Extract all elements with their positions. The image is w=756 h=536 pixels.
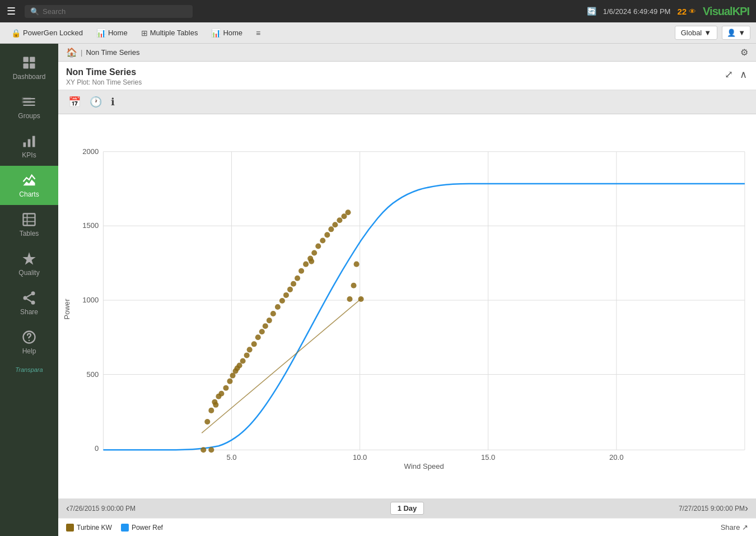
sidebar-share-label: Share <box>20 308 38 316</box>
history-button[interactable]: 🕐 <box>87 95 104 109</box>
svg-point-72 <box>303 262 309 267</box>
chart-title-block: Non Time Series XY Plot: Non Time Series <box>66 67 724 86</box>
user-icon: 👤 <box>727 29 736 37</box>
user-button[interactable]: 👤 ▼ <box>722 26 750 40</box>
tables-icon <box>21 212 37 227</box>
svg-point-83 <box>200 447 206 453</box>
search-box: 🔍 <box>25 5 193 18</box>
chart-header: Non Time Series XY Plot: Non Time Series… <box>58 62 756 90</box>
global-label: Global <box>681 29 702 37</box>
breadcrumb: 🏠 | Non Time Series ⚙ <box>58 44 756 62</box>
alert-eye-icon[interactable]: 👁 <box>689 7 696 16</box>
sidebar-dashboard-label: Dashboard <box>13 73 46 81</box>
nav-powergen[interactable]: 🔒 PowerGen Locked <box>6 26 88 40</box>
quality-icon <box>21 251 37 267</box>
svg-point-69 <box>291 281 296 287</box>
svg-point-60 <box>255 334 261 340</box>
svg-point-66 <box>279 298 285 304</box>
share-label: Share <box>721 523 740 532</box>
share-icon <box>21 290 37 306</box>
settings-gear-icon[interactable]: ⚙ <box>740 47 748 58</box>
chart-title: Non Time Series <box>66 67 724 77</box>
collapse-button[interactable]: ∧ <box>739 67 748 82</box>
sidebar-quality-label: Quality <box>18 269 39 277</box>
sidebar-item-groups[interactable]: Groups <box>0 87 58 127</box>
svg-rect-3 <box>30 63 35 68</box>
nav-home1[interactable]: 📊 Home <box>91 26 133 40</box>
svg-point-55 <box>235 366 240 371</box>
nav-bar: 🔒 PowerGen Locked 📊 Home ⊞ Multiple Tabl… <box>0 22 756 44</box>
sidebar-help-label: Help <box>22 347 36 355</box>
share-link[interactable]: Share ↗ <box>721 523 748 532</box>
svg-text:Power: Power <box>63 299 71 320</box>
timestamp: 1/6/2024 6:49:49 PM <box>603 7 671 16</box>
logo-kpi: KPI <box>732 5 749 17</box>
svg-point-56 <box>240 358 246 363</box>
svg-text:20.0: 20.0 <box>609 453 623 462</box>
top-bar: ☰ 🔍 🔄 1/6/2024 6:49:49 PM 22 👁 VisualKPI <box>0 0 756 22</box>
svg-point-68 <box>287 287 293 292</box>
search-input[interactable] <box>43 7 187 16</box>
sidebar-item-tables[interactable]: Tables <box>0 205 58 244</box>
svg-point-45 <box>208 408 214 413</box>
home-icon[interactable]: 🏠 <box>66 47 77 58</box>
table-icon: ⊞ <box>141 29 148 38</box>
svg-point-89 <box>309 259 314 264</box>
timeline-next-button[interactable]: › <box>745 502 748 514</box>
svg-point-51 <box>227 379 232 384</box>
nav-home2[interactable]: 📊 Home <box>206 26 248 40</box>
svg-point-87 <box>354 262 360 267</box>
bar-chart2-icon: 📊 <box>211 29 221 38</box>
info-button[interactable]: ℹ <box>109 95 117 109</box>
svg-point-64 <box>270 311 276 316</box>
sidebar-item-help[interactable]: Help <box>0 323 58 362</box>
bar-chart-icon: 📊 <box>96 29 106 38</box>
sidebar-item-share[interactable]: Share <box>0 283 58 323</box>
svg-point-75 <box>315 243 321 249</box>
sidebar-item-dashboard[interactable]: Dashboard <box>0 48 58 87</box>
nav-list[interactable]: ≡ <box>250 26 266 40</box>
chart-subtitle: XY Plot: Non Time Series <box>66 78 724 86</box>
svg-point-48 <box>213 402 218 408</box>
turbine-kw-swatch <box>66 524 74 532</box>
timeline-start: 7/26/2015 9:00:00 PM <box>69 505 136 512</box>
svg-point-67 <box>283 292 289 298</box>
chart-svg: 2000 1500 1000 500 0 5.0 10.0 15.0 20.0 … <box>58 114 756 498</box>
content-area: 🏠 | Non Time Series ⚙ Non Time Series XY… <box>58 44 756 536</box>
expand-button[interactable]: ⤢ <box>724 67 734 82</box>
sidebar-item-charts[interactable]: Charts <box>0 166 58 205</box>
legend-turbine-kw: Turbine KW <box>66 524 112 532</box>
sidebar-item-quality[interactable]: Quality <box>0 244 58 283</box>
svg-rect-8 <box>32 136 35 147</box>
power-ref-label: Power Ref <box>132 524 163 532</box>
search-icon: 🔍 <box>30 7 39 16</box>
svg-text:2000: 2000 <box>82 147 99 156</box>
nav-multiple-tables[interactable]: ⊞ Multiple Tables <box>136 26 204 40</box>
svg-point-14 <box>24 296 27 300</box>
svg-point-88 <box>358 296 364 302</box>
top-bar-right: 🔄 1/6/2024 6:49:49 PM 22 👁 VisualKPI <box>587 5 749 18</box>
svg-line-17 <box>27 295 31 297</box>
svg-point-49 <box>218 391 224 397</box>
svg-point-77 <box>324 232 330 237</box>
help-icon <box>21 329 37 345</box>
svg-point-63 <box>267 318 272 323</box>
menu-toggle-icon[interactable]: ☰ <box>7 5 16 17</box>
svg-rect-20 <box>103 152 745 450</box>
legend-bar: Turbine KW Power Ref Share ↗ <box>58 518 756 536</box>
svg-point-19 <box>29 340 30 341</box>
charts-icon <box>21 173 37 188</box>
svg-point-84 <box>208 447 214 453</box>
dashboard-icon <box>21 55 37 71</box>
sidebar-item-kpis[interactable]: KPIs <box>0 127 58 166</box>
nav-home2-label: Home <box>223 29 242 37</box>
refresh-icon[interactable]: 🔄 <box>587 7 596 16</box>
logo-visual: Visual <box>703 5 732 17</box>
user-dropdown-icon: ▼ <box>738 29 745 37</box>
svg-rect-9 <box>24 214 35 226</box>
global-button[interactable]: Global ▼ <box>675 26 717 40</box>
svg-rect-2 <box>24 63 29 68</box>
calendar-button[interactable]: 📅 <box>66 95 83 109</box>
timeline-period[interactable]: 1 Day <box>390 502 424 515</box>
chart-body: 2000 1500 1000 500 0 5.0 10.0 15.0 20.0 … <box>58 114 756 498</box>
